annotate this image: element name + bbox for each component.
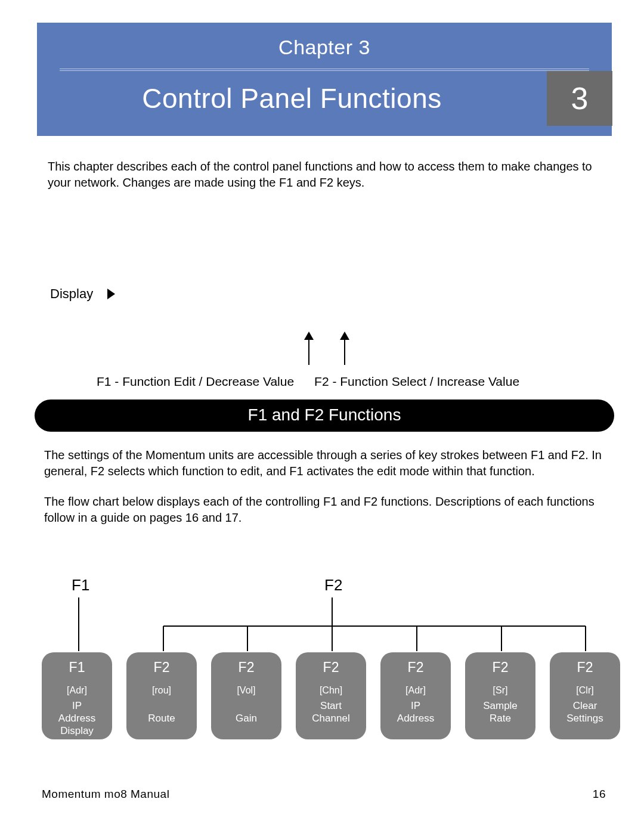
- flow-connector-lines: [37, 594, 633, 654]
- flow-box: F2[Chn]Start Channel: [296, 652, 366, 739]
- arrow-up-icon: [304, 332, 318, 365]
- flow-top-f1: F1: [72, 576, 89, 594]
- footer-page-number: 16: [593, 788, 606, 801]
- flow-box-key: F2: [129, 658, 194, 677]
- arrow-up-icon: [340, 332, 354, 365]
- flow-box-desc: Clear Settings: [552, 699, 618, 725]
- flow-box-desc: Route: [129, 699, 194, 725]
- flow-box-code: [Sr]: [467, 684, 533, 697]
- f1-caption: F1 - Function Edit / Decrease Value: [97, 374, 294, 389]
- flow-box: F1[Adr]IP Address Display: [42, 652, 112, 739]
- flow-box-key: F2: [383, 658, 448, 677]
- flow-box-desc: IP Address Display: [44, 699, 110, 738]
- intro-paragraph: This chapter describes each of the contr…: [48, 159, 605, 191]
- flow-box-desc: Start Channel: [298, 699, 364, 725]
- flow-top-f2: F2: [324, 576, 342, 594]
- display-label-row: Display: [50, 286, 612, 302]
- flow-box-key: F2: [298, 658, 364, 677]
- triangle-right-icon: [107, 289, 115, 299]
- flow-box-desc: Gain: [213, 699, 279, 725]
- flow-box: F2[Adr]IP Address: [380, 652, 451, 739]
- flow-box-key: F1: [44, 658, 110, 677]
- f2-caption: F2 - Function Select / Increase Value: [314, 374, 519, 389]
- flow-box: F2[Clr]Clear Settings: [550, 652, 620, 739]
- chapter-label: Chapter 3: [37, 36, 612, 59]
- flow-box: F2[Vol] Gain: [211, 652, 281, 739]
- flow-box: F2[Sr]Sample Rate: [465, 652, 535, 739]
- chapter-header: Chapter 3 Control Panel Functions 3: [37, 23, 612, 136]
- page-footer: Momentum mo8 Manual 16: [42, 788, 606, 801]
- flow-box-code: [Adr]: [383, 684, 448, 697]
- footer-doc-title: Momentum mo8 Manual: [42, 788, 169, 801]
- chapter-title: Control Panel Functions: [37, 71, 547, 126]
- display-label: Display: [50, 286, 93, 302]
- flow-box-key: F2: [213, 658, 279, 677]
- body-paragraph-2: The flow chart below displays each of th…: [44, 494, 607, 526]
- section-header: F1 and F2 Functions: [35, 400, 614, 432]
- flow-box-code: [Adr]: [44, 684, 110, 697]
- flow-box-code: [Chn]: [298, 684, 364, 697]
- flow-box-code: [Clr]: [552, 684, 618, 697]
- flow-box-key: F2: [552, 658, 618, 677]
- flow-box-code: [Vol]: [213, 684, 279, 697]
- function-arrow-row: F1 - Function Edit / Decrease Value F2 -…: [37, 323, 612, 389]
- flow-box-code: [rou]: [129, 684, 194, 697]
- flow-chart: F1 F2 F1[Adr]IP Address DisplayF2[rou] R…: [37, 576, 612, 749]
- flow-box-desc: IP Address: [383, 699, 448, 725]
- flow-box: F2[rou] Route: [126, 652, 197, 739]
- flow-box-desc: Sample Rate: [467, 699, 533, 725]
- chapter-number-badge: 3: [547, 71, 612, 126]
- body-paragraph-1: The settings of the Momentum units are a…: [44, 447, 607, 479]
- flow-box-key: F2: [467, 658, 533, 677]
